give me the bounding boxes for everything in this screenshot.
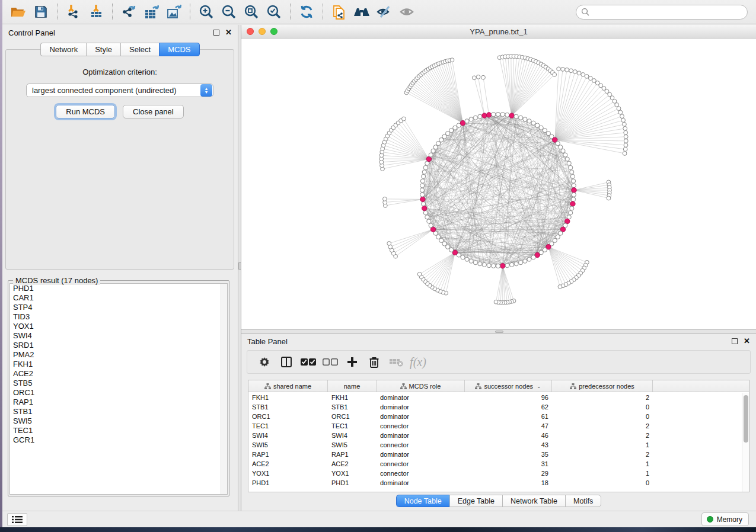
- table-cell[interactable]: 18: [465, 479, 552, 486]
- graph-node[interactable]: [523, 117, 527, 121]
- graph-node[interactable]: [429, 153, 433, 157]
- graph-leaf-node[interactable]: [561, 68, 565, 72]
- graph-node[interactable]: [567, 161, 571, 165]
- graph-leaf-node[interactable]: [618, 110, 623, 114]
- unselect-all-button[interactable]: [321, 353, 339, 371]
- table-row[interactable]: ACE2ACE2connector311: [248, 459, 742, 469]
- graph-node[interactable]: [431, 149, 435, 153]
- table-row[interactable]: SWI4SWI4dominator462: [248, 431, 742, 440]
- graph-node[interactable]: [465, 119, 469, 123]
- graph-node[interactable]: [461, 255, 465, 259]
- graph-leaf-node[interactable]: [450, 58, 454, 62]
- graph-node[interactable]: [500, 113, 505, 117]
- mcds-result-item[interactable]: STB5: [10, 379, 227, 388]
- table-row[interactable]: SWI5SWI5connector431: [248, 440, 742, 450]
- table-cell[interactable]: connector: [377, 441, 465, 448]
- mcds-result-item[interactable]: GCR1: [10, 435, 227, 445]
- tab-style[interactable]: Style: [86, 43, 120, 56]
- graph-node[interactable]: [569, 211, 573, 215]
- export-network-button[interactable]: [117, 2, 140, 21]
- graph-hub-node[interactable]: [572, 188, 576, 193]
- apply-layout-button[interactable]: [295, 2, 318, 21]
- graph-node[interactable]: [510, 262, 514, 267]
- table-cell[interactable]: SWI5: [248, 441, 328, 448]
- graph-node[interactable]: [563, 153, 567, 157]
- table-cell[interactable]: 0: [552, 403, 653, 411]
- table-row[interactable]: STB1STB1dominator620: [248, 402, 742, 412]
- graph-node[interactable]: [570, 174, 575, 178]
- mcds-result-item[interactable]: TID3: [10, 312, 227, 322]
- graph-leaf-node[interactable]: [553, 73, 557, 77]
- task-history-button[interactable]: [7, 513, 27, 526]
- tab-mcds[interactable]: MCDS: [159, 43, 199, 56]
- mcds-result-item[interactable]: STB1: [10, 407, 227, 416]
- graph-node[interactable]: [572, 184, 576, 188]
- table-cell[interactable]: dominator: [377, 479, 465, 486]
- graph-node[interactable]: [572, 197, 576, 201]
- graph-node[interactable]: [546, 132, 550, 136]
- graph-leaf-node[interactable]: [615, 103, 619, 107]
- search-input[interactable]: [589, 8, 742, 16]
- table-row[interactable]: TEC1TEC1connector472: [248, 421, 742, 431]
- graph-node[interactable]: [492, 264, 496, 268]
- table-cell[interactable]: YOX1: [328, 470, 377, 477]
- mcds-result-item[interactable]: PHD1: [10, 284, 227, 293]
- table-cell[interactable]: ACE2: [328, 460, 377, 467]
- mcds-result-item[interactable]: STP4: [10, 303, 227, 312]
- tab-select[interactable]: Select: [120, 43, 159, 56]
- graph-node[interactable]: [565, 157, 569, 161]
- table-row[interactable]: ORC1ORC1dominator610: [248, 412, 742, 421]
- graph-node[interactable]: [561, 149, 565, 153]
- export-image-button[interactable]: [162, 2, 185, 21]
- open-file-button[interactable]: [7, 2, 30, 21]
- column-header-successor-nodes[interactable]: successor nodes ⌄: [465, 380, 552, 392]
- zoom-fit-button[interactable]: [240, 2, 263, 21]
- table-cell[interactable]: 96: [465, 394, 552, 401]
- table-cell[interactable]: dominator: [377, 403, 465, 411]
- import-network-button[interactable]: [62, 2, 85, 21]
- table-cell[interactable]: dominator: [377, 451, 465, 458]
- table-cell[interactable]: RAP1: [248, 451, 328, 458]
- graph-leaf-node[interactable]: [623, 148, 627, 152]
- graph-leaf-node[interactable]: [417, 273, 422, 277]
- table-cell[interactable]: PHD1: [248, 479, 328, 486]
- graph-node[interactable]: [436, 235, 441, 239]
- float-panel-icon[interactable]: [213, 30, 219, 36]
- table-cell[interactable]: 0: [552, 413, 653, 420]
- table-cell[interactable]: SWI5: [328, 441, 377, 448]
- graph-node[interactable]: [422, 170, 426, 174]
- graph-node[interactable]: [473, 261, 477, 265]
- graph-leaf-node[interactable]: [402, 117, 406, 121]
- graph-node[interactable]: [425, 215, 429, 219]
- column-header-predecessor-nodes[interactable]: predecessor nodes: [552, 380, 653, 392]
- table-cell[interactable]: connector: [377, 422, 465, 430]
- graph-node[interactable]: [556, 142, 560, 146]
- graph-node[interactable]: [505, 113, 509, 117]
- graph-node[interactable]: [572, 179, 576, 183]
- graph-leaf-node[interactable]: [581, 73, 585, 77]
- graph-leaf-node[interactable]: [620, 114, 624, 118]
- graph-node[interactable]: [514, 114, 518, 118]
- graph-hub-node[interactable]: [500, 264, 505, 268]
- table-scrollbar[interactable]: [742, 393, 749, 492]
- tab-network-table[interactable]: Network Table: [502, 495, 565, 507]
- import-table-button[interactable]: [85, 2, 107, 21]
- mcds-result-list[interactable]: PHD1CAR1STP4TID3YOX1SWI4SRD1PMA2FKH1ACE2…: [9, 283, 228, 495]
- graph-hub-node[interactable]: [509, 113, 514, 118]
- table-cell[interactable]: 2: [552, 432, 653, 439]
- graph-node[interactable]: [420, 184, 425, 188]
- graph-leaf-node[interactable]: [387, 242, 391, 246]
- graph-node[interactable]: [427, 219, 431, 223]
- mcds-result-item[interactable]: ACE2: [10, 369, 227, 379]
- graph-node[interactable]: [556, 235, 560, 239]
- search-box[interactable]: [576, 5, 748, 20]
- graph-node[interactable]: [423, 211, 428, 215]
- horizontal-splitter[interactable]: [241, 329, 756, 334]
- graph-node[interactable]: [449, 248, 454, 252]
- column-header-name[interactable]: name: [328, 380, 377, 392]
- graph-node[interactable]: [420, 179, 425, 183]
- tab-network[interactable]: Network: [40, 43, 86, 56]
- graph-node[interactable]: [422, 202, 426, 206]
- graph-node[interactable]: [539, 126, 543, 130]
- select-all-button[interactable]: [299, 353, 317, 371]
